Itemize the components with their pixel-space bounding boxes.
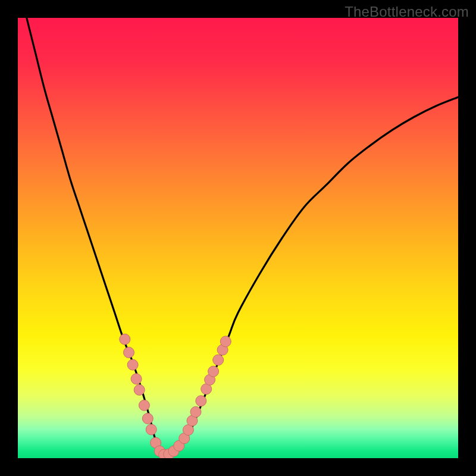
chart-frame: TheBottleneck.com [0,0,476,476]
dot [196,396,206,406]
dot [146,424,156,435]
dot [139,400,149,411]
curve-layer [18,18,458,458]
dot [208,366,219,377]
dot [124,347,134,358]
dot [127,359,138,370]
dot [120,334,130,345]
dot [213,355,224,365]
bottleneck-curve [27,18,458,456]
dot [190,406,201,417]
dot [134,384,145,395]
highlight-dots [120,334,231,458]
dot [131,374,142,384]
dot [220,336,231,347]
dot [142,413,153,424]
watermark-text: TheBottleneck.com [345,4,469,20]
plot-area [18,18,458,458]
